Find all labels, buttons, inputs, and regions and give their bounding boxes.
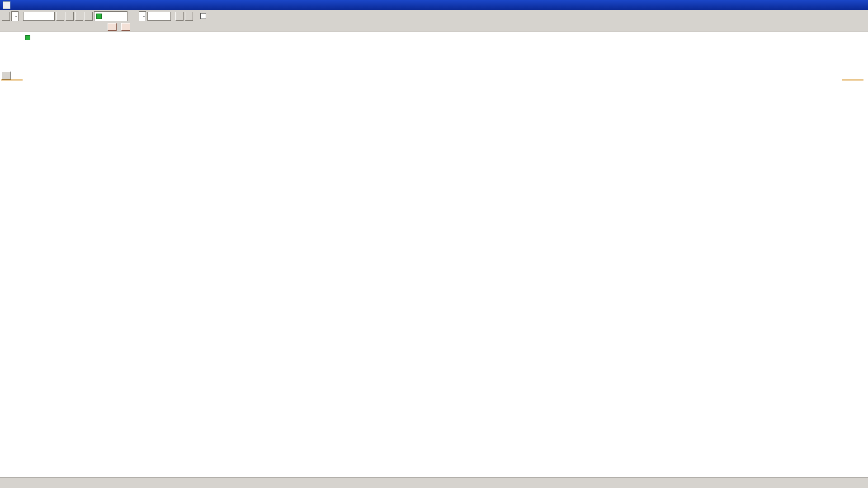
volume-plot[interactable] <box>24 404 840 466</box>
app-window <box>0 0 868 488</box>
pivot-price-badge-right <box>842 80 863 80</box>
stock-logo-icon <box>96 14 102 19</box>
chevron-down-icon <box>143 16 145 17</box>
prev-stock-button[interactable] <box>75 12 83 21</box>
next-stock-button[interactable] <box>85 12 93 21</box>
price-info-bar <box>0 22 868 32</box>
sell-button[interactable] <box>121 23 130 31</box>
code-dropdown-button[interactable] <box>56 12 64 21</box>
chart-area <box>0 32 868 478</box>
d-checkbox[interactable] <box>200 13 206 19</box>
search-icon[interactable] <box>66 12 74 21</box>
layout-grid-button[interactable] <box>2 12 10 21</box>
interval-combo[interactable] <box>139 11 146 21</box>
panel-mini-button[interactable] <box>2 71 11 80</box>
bar-count-input[interactable] <box>147 12 171 21</box>
window-menu-icon[interactable] <box>3 1 10 9</box>
buy-button[interactable] <box>108 23 117 31</box>
chevron-down-icon <box>15 16 17 17</box>
stock-code-input[interactable] <box>23 12 55 21</box>
statusbar <box>0 478 868 488</box>
scroll-left-button[interactable] <box>175 12 184 21</box>
price-plot[interactable] <box>24 35 840 401</box>
stock-name-combo[interactable] <box>94 11 127 21</box>
quick-period-combo[interactable] <box>11 11 19 21</box>
pivot-price-badge-left <box>1 80 23 80</box>
titlebar <box>0 0 868 10</box>
main-toolbar <box>0 10 868 23</box>
scroll-right-button[interactable] <box>185 12 193 21</box>
